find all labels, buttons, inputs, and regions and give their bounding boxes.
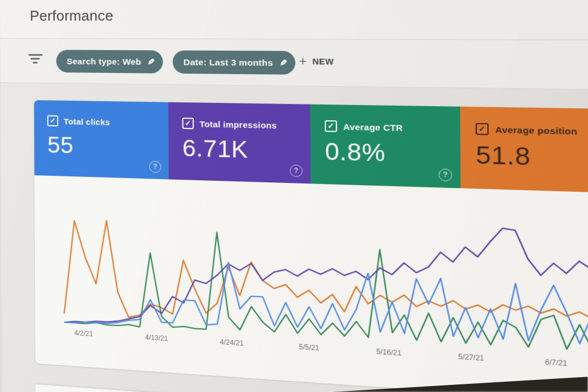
search-type-chip[interactable]: Search type: Web ✎ [56,50,163,74]
metric-card-total-impressions[interactable]: ✓ Total impressions 6.71K ? [168,102,310,184]
checkbox-checked-icon[interactable]: ✓ [476,123,489,135]
page-title: Performance [30,7,114,24]
search-type-chip-label: Search type: Web [67,56,142,66]
checkbox-checked-icon[interactable]: ✓ [47,115,58,127]
page-header: Performance [0,0,588,41]
x-tick-label: 4/13/21 [145,333,168,342]
search-console-performance-page: Performance Search type: Web ✎ [0,0,588,392]
x-tick-label: 6/7/21 [545,358,567,367]
new-filter-label: NEW [313,57,334,66]
filter-bar: Search type: Web ✎ Date: Last 3 months ✎… [0,39,588,92]
performance-chart-panel: ✓ Total clicks 55 ? ✓ Total impressions … [34,100,588,392]
checkbox-checked-icon[interactable]: ✓ [182,118,194,129]
metric-value: 0.8% [310,132,461,169]
metric-label: Average position [495,124,577,136]
date-range-chip[interactable]: Date: Last 3 months ✎ [173,51,296,75]
metric-label: Total impressions [200,119,277,130]
filter-list-icon[interactable] [28,54,42,66]
filter-chips: Search type: Web ✎ Date: Last 3 months ✎ [56,50,296,75]
metric-value: 51.8 [460,134,588,173]
x-tick-label: 4/24/21 [220,338,243,347]
help-icon[interactable]: ? [149,161,161,173]
edit-pencil-icon: ✎ [279,58,287,68]
metric-value: 6.71K [168,128,310,165]
metric-card-total-clicks[interactable]: ✓ Total clicks 55 ? [34,100,169,179]
x-tick-label: 5/5/21 [299,343,319,352]
series-total-clicks [64,203,588,366]
edit-pencil-icon: ✎ [148,57,155,67]
metric-card-average-position[interactable]: ✓ Average position 51.8 ? [460,107,588,193]
help-icon[interactable]: ? [290,164,302,177]
metric-label: Total clicks [64,117,110,127]
chart-lines [34,175,588,392]
series-average-ctr [64,226,588,366]
date-range-chip-label: Date: Last 3 months [183,57,273,68]
checkbox-checked-icon[interactable]: ✓ [325,120,338,132]
help-icon[interactable]: ? [439,169,452,182]
metric-card-average-ctr[interactable]: ✓ Average CTR 0.8% ? [310,105,461,188]
new-filter-button[interactable]: + NEW [299,56,334,67]
x-tick-label: 5/16/21 [376,347,401,357]
series-total-impressions [64,210,588,366]
x-tick-label: 4/2/21 [75,329,93,338]
screen-photo: Performance Search type: Web ✎ [0,0,588,392]
performance-line-chart[interactable]: 4/2/214/13/214/24/215/5/215/16/215/27/21… [34,175,588,392]
x-tick-label: 5/27/21 [458,353,485,363]
metric-value: 55 [34,126,169,161]
series-average-position [64,219,588,356]
plus-icon: + [299,56,307,66]
metric-label: Average CTR [343,121,403,132]
